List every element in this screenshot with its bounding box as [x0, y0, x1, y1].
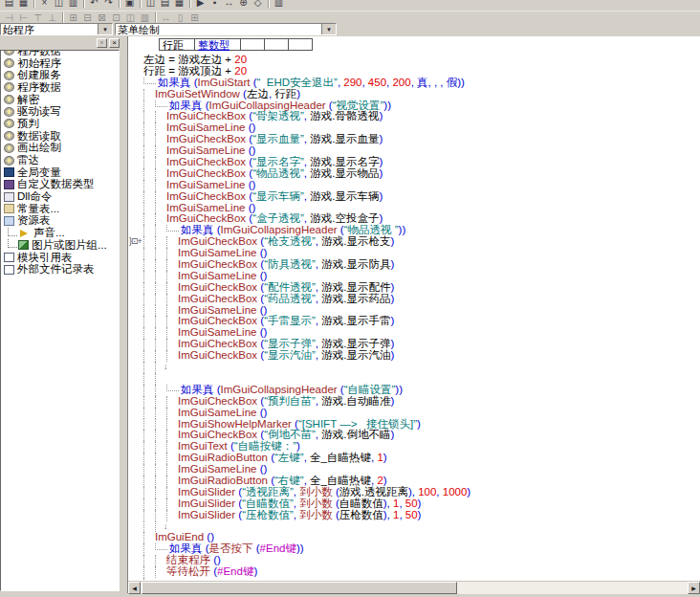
indent-guide	[155, 213, 166, 225]
function-token: ImGuiCheckBox	[178, 338, 260, 349]
identifier-token: 游戏.显示物品	[310, 167, 379, 179]
punct-token: )	[379, 212, 383, 224]
variable-empty-cell[interactable]	[265, 38, 289, 51]
function-token: ImGuiCheckBox	[178, 395, 260, 407]
indent-guide	[143, 282, 155, 294]
align-top-icon[interactable]: ⊤	[31, 11, 45, 24]
function-token: ImGuiSameLine	[178, 407, 260, 418]
scrollbar-thumb[interactable]	[142, 582, 457, 594]
subroutine-selector[interactable]: 菜单绘制 ▼	[115, 23, 337, 35]
indent-guide	[143, 316, 155, 327]
indent-guide	[143, 111, 155, 122]
section-selector[interactable]: 始程序 ▼	[0, 23, 113, 35]
fit-height-icon[interactable]: ▯	[173, 11, 187, 24]
indent-guide	[166, 419, 178, 431]
toolbar-separator	[33, 0, 34, 8]
fit-width-icon[interactable]: ↔	[159, 11, 173, 24]
string-token: “手雷显示”	[264, 315, 316, 326]
horizontal-scrollbar[interactable]: ◀ ▶	[128, 581, 700, 594]
identifier-token: 行距	[143, 65, 168, 77]
same-height-icon[interactable]: ⊟	[80, 11, 95, 24]
branch-corner	[166, 385, 179, 391]
indent-guide	[143, 305, 155, 317]
keyword-token: 如果真	[169, 100, 206, 111]
find-icon[interactable]: ▣	[122, 0, 137, 9]
step-icon[interactable]: ↔	[222, 0, 236, 9]
center-horizontal-icon[interactable]: ⊡	[109, 11, 123, 24]
function-token: ImGuiSetWindow	[155, 88, 243, 100]
indent-guide	[143, 339, 155, 350]
indent-guide	[143, 385, 155, 396]
same-width-icon[interactable]: ⊞	[66, 11, 80, 24]
variable-name-cell[interactable]: 行距	[159, 38, 195, 51]
string-token: “压枪数值”	[242, 509, 294, 520]
panel-restore-button[interactable]: ▫	[97, 38, 107, 48]
copy-icon[interactable]: ◫	[52, 0, 66, 9]
code-line[interactable]: 等待松开 (#End键)	[128, 566, 700, 578]
indent-guide	[143, 396, 155, 408]
code-line[interactable]: ↓	[128, 362, 700, 373]
identifier-token: 行距	[274, 88, 296, 100]
code-line[interactable]: ImGuiSlider (“压枪数值”, 到小数 (压枪数值), 1, 50)	[128, 510, 700, 521]
align-right-icon[interactable]: ⊢	[16, 11, 31, 24]
scroll-left-button[interactable]: ◀	[128, 582, 141, 594]
constant-token: #End键	[260, 542, 296, 554]
window-tile-icon[interactable]: ▦	[172, 0, 186, 9]
panel-close-button[interactable]: ×	[109, 38, 120, 48]
ide-window: { "colors":{"keyword":"#0000d4","functio…	[0, 0, 700, 597]
center-vertical-icon[interactable]: ◫	[123, 11, 138, 24]
workspace-panel: ▫ × 程序数据初始程序创建服务程序数据解密驱动读写预判数据读取画出绘制雷达全局…	[0, 36, 121, 591]
indent-guide	[143, 373, 155, 385]
string-token: “配件透视”	[264, 281, 316, 293]
breakpoint-icon[interactable]: ⊕	[236, 0, 251, 9]
indent-guide	[155, 203, 166, 214]
paste-icon[interactable]: ▥	[66, 0, 80, 9]
compile-icon[interactable]: ◇	[251, 0, 265, 9]
identifier-token: 游戏.空投盒子	[310, 212, 379, 224]
function-token: ImGuiSlider	[178, 509, 238, 520]
window-cascade-icon[interactable]: ▤	[158, 0, 172, 9]
grid-icon[interactable]: ⊞	[187, 11, 202, 24]
cut-icon[interactable]: ×	[37, 0, 52, 9]
indent-guide	[143, 271, 155, 282]
code-line[interactable]: ImGuiCheckBox (“显示汽油”, 游戏.显示汽油)	[128, 350, 700, 362]
function-token: ImGuiCheckBox	[166, 110, 249, 122]
align-left-icon[interactable]: ⊣	[2, 11, 16, 24]
punct-token: ))	[399, 224, 406, 235]
variable-empty-cell[interactable]	[241, 38, 265, 51]
variable-empty-cell[interactable]	[289, 38, 313, 51]
identifier-token: 压枪数值	[339, 509, 383, 520]
stop-icon[interactable]: ▪	[208, 0, 222, 9]
indent-guide	[155, 111, 166, 122]
function-token: ImGuiCheckBox	[166, 212, 249, 224]
punct-token: )	[379, 110, 383, 122]
indent-guide	[155, 236, 166, 248]
chevron-down-icon[interactable]: ▼	[321, 24, 336, 34]
string-token: “显示子弹”	[264, 338, 316, 349]
function-token: ImGuiSlider	[178, 498, 238, 509]
chevron-down-icon[interactable]: ▼	[98, 24, 112, 34]
redo-icon[interactable]: ↷	[101, 0, 116, 9]
indent-guide	[155, 441, 166, 453]
function-token: ImGuiStart	[198, 77, 253, 88]
variable-type-cell[interactable]: 整数型	[195, 38, 241, 51]
function-token: ImGuiSameLine	[178, 326, 260, 338]
undo-icon[interactable]: ↶	[87, 0, 101, 9]
tree-connector	[8, 239, 17, 248]
space-evenly-icon[interactable]: ▥	[138, 11, 152, 24]
indent-guide	[143, 475, 155, 487]
run-icon[interactable]: ▶	[193, 0, 208, 9]
save-icon[interactable]: ▦	[16, 0, 31, 9]
indent-guide	[155, 225, 166, 236]
indent-guide	[143, 100, 155, 112]
indent-guide	[166, 441, 178, 453]
help-book-icon[interactable]: ▥	[272, 0, 286, 9]
indent-guide	[143, 213, 155, 225]
same-size-icon[interactable]: ⊠	[95, 11, 109, 24]
indent-guide	[143, 327, 155, 339]
tree-item[interactable]: 外部文件记录表	[1, 263, 119, 276]
open-icon[interactable]: ▤	[2, 0, 16, 9]
align-bottom-icon[interactable]: ⊥	[45, 11, 59, 24]
scroll-right-button[interactable]: ▶	[688, 582, 700, 594]
window-split-icon[interactable]: ◫	[143, 0, 158, 9]
